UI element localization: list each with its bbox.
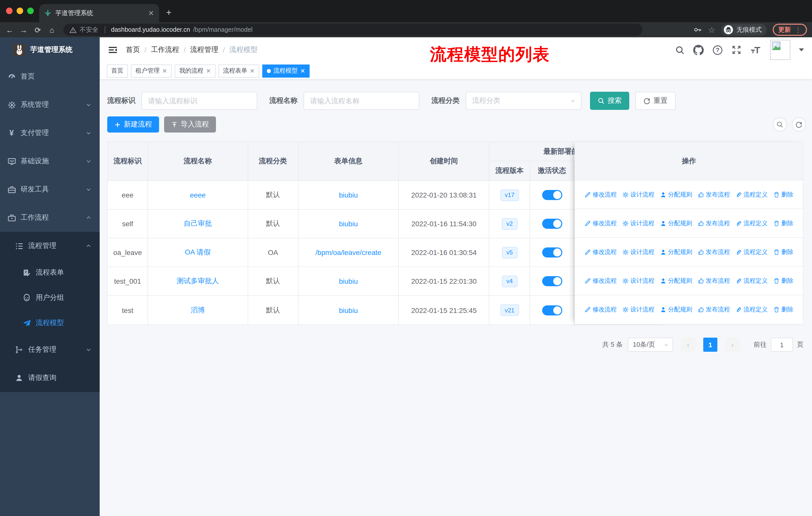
process-name-input[interactable] [303, 92, 419, 110]
home-icon[interactable]: ⌂ [47, 26, 56, 33]
sidebar-item-workflow[interactable]: 工作流程 [0, 203, 100, 232]
browser-tab[interactable]: 芋道管理系统 ✕ [39, 4, 159, 22]
browser-update-button[interactable]: 更新 ⋮ [773, 24, 807, 36]
breadcrumb-item[interactable]: 流程管理 [190, 45, 219, 54]
refresh-icon-button[interactable] [792, 117, 806, 132]
form-info-link[interactable]: biubiu [339, 306, 358, 314]
delete-link[interactable]: 删除 [773, 276, 793, 285]
zoom-window-button[interactable] [27, 7, 34, 14]
hide-search-icon-button[interactable] [773, 117, 787, 132]
sidebar-item-leave-query[interactable]: 请假查询 [0, 364, 100, 392]
tag-my-process[interactable]: 我的流程✕ [175, 64, 215, 77]
create-process-button[interactable]: 新建流程 [107, 116, 159, 133]
page-size-select[interactable]: 10条/页 [628, 337, 673, 352]
fullscreen-icon[interactable] [731, 45, 742, 55]
import-process-button[interactable]: 导入流程 [164, 116, 216, 133]
sidebar-item-process-form[interactable]: 流程表单 [0, 260, 100, 285]
design-process-link[interactable]: 设计流程 [622, 219, 655, 227]
process-definition-link[interactable]: 流程定义 [735, 219, 768, 227]
tag-tenant[interactable]: 租户管理✕ [131, 64, 172, 77]
active-toggle[interactable] [542, 190, 562, 200]
publish-process-link[interactable]: 发布流程 [698, 248, 730, 256]
assign-rule-link[interactable]: 分配规则 [660, 190, 692, 199]
delete-link[interactable]: 删除 [773, 190, 793, 199]
close-window-button[interactable] [6, 7, 12, 14]
avatar-caret-icon[interactable] [799, 48, 804, 51]
minimize-window-button[interactable] [17, 7, 23, 14]
sidebar-item-process-model[interactable]: 流程模型 [0, 310, 100, 335]
process-definition-link[interactable]: 流程定义 [735, 248, 768, 256]
active-toggle[interactable] [542, 276, 562, 286]
active-toggle[interactable] [542, 247, 562, 257]
process-definition-link[interactable]: 流程定义 [735, 276, 768, 285]
close-icon[interactable]: ✕ [162, 68, 167, 74]
design-process-link[interactable]: 设计流程 [622, 305, 655, 314]
bookmark-star-icon[interactable]: ☆ [708, 25, 715, 34]
security-warning-icon[interactable] [69, 26, 77, 33]
publish-process-link[interactable]: 发布流程 [698, 276, 730, 285]
browser-menu-icon[interactable]: ⋮ [795, 26, 802, 33]
edit-process-link[interactable]: 修改流程 [584, 190, 617, 199]
collapse-sidebar-icon[interactable] [108, 45, 118, 55]
publish-process-link[interactable]: 发布流程 [698, 219, 730, 227]
back-icon[interactable]: ← [5, 26, 14, 33]
tab-close-icon[interactable]: ✕ [148, 9, 154, 17]
reload-icon[interactable]: ⟳ [33, 26, 42, 33]
tag-process-model[interactable]: 流程模型✕ [262, 64, 310, 77]
help-icon[interactable]: ? [712, 45, 723, 55]
assign-rule-link[interactable]: 分配规则 [660, 248, 692, 256]
process-name-link[interactable]: 滔博 [191, 306, 205, 315]
font-size-icon[interactable] [750, 45, 762, 55]
edit-process-link[interactable]: 修改流程 [584, 305, 617, 314]
next-page-button[interactable]: › [725, 337, 740, 352]
process-name-link[interactable]: OA 请假 [185, 248, 211, 257]
form-info-link[interactable]: /bpm/oa/leave/create [315, 248, 381, 256]
edit-process-link[interactable]: 修改流程 [584, 276, 617, 285]
active-toggle[interactable] [542, 305, 562, 315]
design-process-link[interactable]: 设计流程 [622, 276, 655, 285]
active-toggle[interactable] [542, 219, 562, 229]
avatar[interactable] [770, 40, 790, 60]
process-name-link[interactable]: eeee [190, 191, 206, 199]
close-icon[interactable]: ✕ [250, 68, 255, 74]
form-info-link[interactable]: biubiu [339, 191, 358, 199]
github-icon[interactable] [693, 45, 704, 55]
design-process-link[interactable]: 设计流程 [622, 248, 655, 256]
process-definition-link[interactable]: 流程定义 [735, 305, 768, 314]
sidebar-item-home[interactable]: 首页 [0, 62, 100, 91]
process-name-link[interactable]: 自己审批 [184, 219, 212, 228]
sidebar-item-infrastructure[interactable]: 基础设施 [0, 147, 100, 175]
sidebar-item-payment[interactable]: ¥ 支付管理 [0, 119, 100, 147]
sidebar-item-process-manage[interactable]: 流程管理 [0, 232, 100, 260]
sidebar-item-devtools[interactable]: 研发工具 [0, 175, 100, 203]
process-name-link[interactable]: 测试多审批人 [177, 277, 219, 286]
publish-process-link[interactable]: 发布流程 [698, 305, 730, 314]
password-key-icon[interactable] [693, 25, 702, 34]
reset-button[interactable]: 重置 [635, 92, 675, 110]
url-bar[interactable]: 不安全 dashboard.yudao.iocoder.cn/bpm/manag… [63, 24, 642, 36]
search-icon[interactable] [675, 45, 685, 55]
process-definition-link[interactable]: 流程定义 [735, 190, 768, 199]
current-page-button[interactable]: 1 [703, 337, 717, 352]
goto-page-input[interactable] [771, 337, 793, 352]
sidebar-item-system[interactable]: 系统管理 [0, 91, 100, 119]
edit-process-link[interactable]: 修改流程 [584, 248, 617, 256]
sidebar-item-task-manage[interactable]: 任务管理 [0, 335, 100, 364]
close-icon[interactable]: ✕ [206, 68, 211, 74]
form-info-link[interactable]: biubiu [339, 220, 358, 228]
tag-home[interactable]: 首页 [107, 64, 128, 77]
process-key-input[interactable] [141, 92, 257, 110]
tag-process-form[interactable]: 流程表单✕ [219, 64, 259, 77]
breadcrumb-item[interactable]: 工作流程 [151, 45, 179, 54]
process-category-select[interactable]: 流程分类 [466, 92, 581, 110]
prev-page-button[interactable]: ‹ [681, 337, 695, 352]
publish-process-link[interactable]: 发布流程 [698, 190, 730, 199]
form-info-link[interactable]: biubiu [339, 277, 358, 285]
sidebar-item-user-group[interactable]: 用户分组 [0, 285, 100, 310]
design-process-link[interactable]: 设计流程 [622, 190, 655, 199]
edit-process-link[interactable]: 修改流程 [584, 219, 617, 227]
assign-rule-link[interactable]: 分配规则 [660, 219, 692, 227]
search-button[interactable]: 搜索 [590, 92, 629, 110]
logo-row[interactable]: 芋道管理系统 [0, 37, 100, 62]
delete-link[interactable]: 删除 [773, 305, 793, 314]
